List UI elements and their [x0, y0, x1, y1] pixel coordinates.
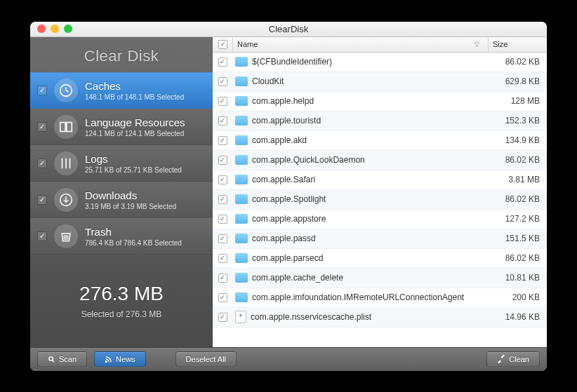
- header-size-col[interactable]: Size: [488, 37, 547, 52]
- header-size-label: Size: [493, 40, 508, 48]
- category-checkbox[interactable]: ✓: [37, 231, 47, 241]
- table-row[interactable]: ✓com.apple.helpd128 MB: [213, 92, 547, 111]
- row-name: com.apple.parsecd: [252, 253, 323, 263]
- traffic-lights: [37, 25, 72, 33]
- row-name-cell: com.apple.helpd: [232, 96, 488, 106]
- folder-icon: [235, 234, 248, 243]
- row-name-cell: com.apple.akd: [232, 135, 488, 145]
- clean-button[interactable]: Clean: [486, 351, 540, 367]
- category-text: Trash786.4 KB of 786.4 KB Selected: [85, 226, 182, 247]
- sidebar-item-trash[interactable]: ✓Trash786.4 KB of 786.4 KB Selected: [30, 218, 213, 255]
- row-size-cell: 127.2 KB: [488, 214, 547, 224]
- row-checkbox-cell: ✓: [213, 234, 232, 243]
- row-checkbox[interactable]: ✓: [218, 175, 227, 184]
- table-body[interactable]: ✓$(CFBundleIdentifier)86.02 KB✓CloudKit6…: [213, 53, 547, 347]
- zoom-button[interactable]: [64, 25, 72, 33]
- scan-button[interactable]: Scan: [37, 351, 87, 367]
- deselect-label: Deselect All: [186, 355, 226, 363]
- folder-icon: [235, 175, 248, 184]
- row-name: com.apple.touristd: [252, 116, 321, 126]
- folder-icon: [235, 194, 248, 204]
- row-checkbox[interactable]: ✓: [218, 77, 227, 86]
- window-title: ClearDisk: [30, 24, 547, 34]
- row-checkbox[interactable]: ✓: [218, 58, 227, 67]
- row-name-cell: com.apple.imfoundation.IMRemoteURLConnec…: [232, 292, 488, 302]
- row-size-cell: 10.81 KB: [488, 273, 547, 283]
- row-checkbox[interactable]: ✓: [218, 234, 227, 243]
- row-size-cell: 629.8 KB: [488, 76, 547, 86]
- row-checkbox[interactable]: ✓: [218, 136, 227, 145]
- table-row[interactable]: ✓$(CFBundleIdentifier)86.02 KB: [213, 53, 547, 72]
- table-row[interactable]: ✓com.apple.passd151.5 KB: [213, 229, 547, 249]
- table-row[interactable]: ✓com.apple.Spotlight86.02 KB: [213, 190, 547, 210]
- row-checkbox-cell: ✓: [213, 215, 232, 224]
- category-checkbox[interactable]: ✓: [37, 86, 47, 95]
- row-name-cell: $(CFBundleIdentifier): [232, 57, 488, 67]
- deselect-all-button[interactable]: Deselect All: [175, 351, 237, 367]
- header-name-col[interactable]: Name ▽: [232, 37, 488, 52]
- row-checkbox-cell: ✓: [213, 77, 232, 86]
- languages-icon: [54, 115, 78, 139]
- row-checkbox[interactable]: ✓: [218, 215, 227, 224]
- sidebar-item-caches[interactable]: ✓Caches148.1 MB of 148.1 MB Selected: [30, 72, 213, 109]
- category-checkbox[interactable]: ✓: [37, 122, 47, 132]
- total-selected-size: 276.3 MB: [79, 283, 164, 305]
- table-row[interactable]: ✓com.apple.nsservicescache.plist14.96 KB: [213, 308, 547, 327]
- table-row[interactable]: ✓com.apple.appstore127.2 KB: [213, 210, 547, 229]
- category-label: Trash: [85, 226, 182, 238]
- category-checkbox[interactable]: ✓: [37, 195, 47, 205]
- category-label: Language Resources: [85, 116, 185, 128]
- row-checkbox[interactable]: ✓: [218, 195, 227, 204]
- row-checkbox[interactable]: ✓: [218, 97, 227, 106]
- window-body: Clear Disk ✓Caches148.1 MB of 148.1 MB S…: [30, 37, 547, 347]
- row-checkbox[interactable]: ✓: [218, 293, 227, 302]
- table-row[interactable]: ✓CloudKit629.8 KB: [213, 72, 547, 92]
- close-button[interactable]: [37, 25, 46, 33]
- sidebar-item-languages[interactable]: ✓Language Resources124.1 MB of 124.1 MB …: [30, 109, 213, 145]
- table-row[interactable]: ✓com.apple.akd134.9 KB: [213, 131, 547, 151]
- category-text: Language Resources124.1 MB of 124.1 MB S…: [85, 116, 185, 137]
- row-size-cell: 134.9 KB: [488, 135, 547, 145]
- table-row[interactable]: ✓com.apple.Safari3.81 MB: [213, 170, 547, 190]
- row-checkbox[interactable]: ✓: [218, 254, 227, 263]
- rss-icon: [105, 356, 112, 363]
- sidebar-item-downloads[interactable]: ✓Downloads3.19 MB of 3.19 MB Selected: [30, 182, 213, 218]
- row-checkbox-cell: ✓: [213, 313, 232, 322]
- category-checkbox[interactable]: ✓: [37, 158, 47, 168]
- logs-icon: [54, 151, 78, 175]
- sort-indicator-icon: ▽: [475, 41, 479, 48]
- header-checkbox-col[interactable]: ✓: [213, 37, 232, 52]
- table-row[interactable]: ✓com.apple.QuickLookDaemon86.02 KB: [213, 151, 547, 170]
- svg-line-9: [53, 360, 54, 361]
- folder-icon: [235, 96, 248, 106]
- row-name-cell: com.apple.cache_delete: [232, 273, 488, 283]
- row-name-cell: com.apple.Safari: [232, 175, 488, 184]
- category-label: Logs: [85, 153, 182, 165]
- table-row[interactable]: ✓com.apple.cache_delete10.81 KB: [213, 269, 547, 288]
- row-checkbox-cell: ✓: [213, 58, 232, 67]
- folder-icon: [235, 214, 248, 224]
- row-checkbox-cell: ✓: [213, 195, 232, 204]
- row-checkbox[interactable]: ✓: [218, 116, 227, 126]
- svg-rect-2: [67, 122, 72, 131]
- news-button[interactable]: News: [94, 351, 146, 367]
- row-checkbox-cell: ✓: [213, 175, 232, 184]
- row-name-cell: com.apple.touristd: [232, 116, 488, 126]
- category-label: Downloads: [85, 189, 176, 201]
- table-row[interactable]: ✓com.apple.parsecd86.02 KB: [213, 249, 547, 269]
- table-row[interactable]: ✓com.apple.touristd152.3 KB: [213, 111, 547, 131]
- sidebar-item-logs[interactable]: ✓Logs25.71 KB of 25.71 KB Selected: [30, 145, 213, 182]
- row-size-cell: 3.81 MB: [488, 175, 547, 184]
- row-name-cell: com.apple.Spotlight: [232, 194, 488, 204]
- category-list: ✓Caches148.1 MB of 148.1 MB Selected✓Lan…: [30, 72, 213, 255]
- row-checkbox[interactable]: ✓: [218, 156, 227, 165]
- row-checkbox[interactable]: ✓: [218, 313, 227, 322]
- totals-panel: 276.3 MB Selected of 276.3 MB: [30, 255, 213, 347]
- minimize-button[interactable]: [51, 25, 59, 33]
- row-size-cell: 151.5 KB: [488, 234, 547, 243]
- row-checkbox[interactable]: ✓: [218, 273, 227, 283]
- folder-icon: [235, 155, 248, 165]
- row-name-cell: com.apple.parsecd: [232, 253, 488, 263]
- table-row[interactable]: ✓com.apple.imfoundation.IMRemoteURLConne…: [213, 288, 547, 308]
- news-label: News: [116, 355, 135, 363]
